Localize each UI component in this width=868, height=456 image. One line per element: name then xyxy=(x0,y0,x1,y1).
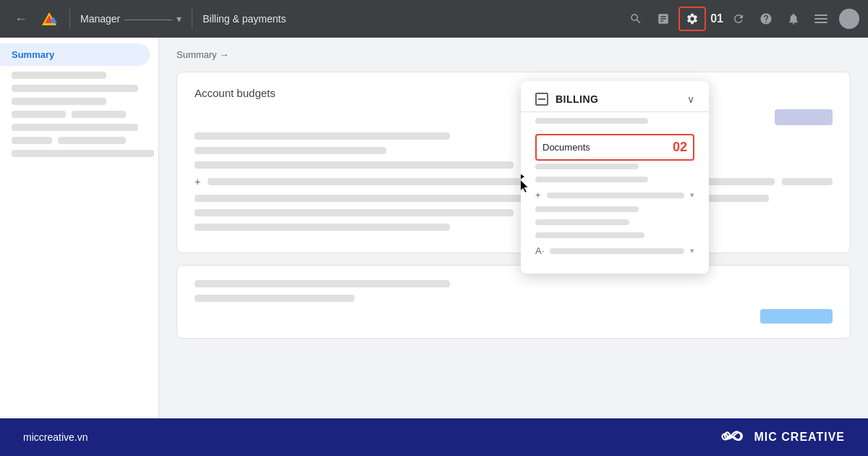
user-avatar[interactable] xyxy=(839,9,859,29)
dropdown-skel-top xyxy=(535,118,648,124)
page-title: Billing & payments xyxy=(203,13,286,25)
sidebar-placeholder-row-2 xyxy=(12,137,147,144)
dd-row-1: + ▾ xyxy=(535,190,694,200)
account-budgets-card: Account budgets + xyxy=(176,72,851,253)
hamburger-line-3 xyxy=(814,22,827,23)
sidebar-ph-a xyxy=(12,111,66,118)
badge-02: 02 xyxy=(673,140,687,155)
nav-divider xyxy=(69,9,70,29)
top-navigation: ← Manager —————— ▾ Billing & payments 01 xyxy=(0,0,868,38)
manager-section: Manager —————— ▾ xyxy=(80,13,182,25)
triangle-logo-icon xyxy=(42,12,56,25)
main-content: Summary → Account budgets + xyxy=(159,38,868,418)
dd-plus-icon: + xyxy=(535,190,541,200)
card-row-1: + xyxy=(195,176,833,187)
main-layout: Summary Summary → Account budgets + xyxy=(0,38,868,418)
manager-dropdown-arrow[interactable]: ▾ xyxy=(176,13,182,25)
help-icon-btn[interactable] xyxy=(754,8,778,30)
chart-icon-btn[interactable] xyxy=(651,8,676,30)
card1-action-btn[interactable] xyxy=(775,109,833,125)
skel-line-5 xyxy=(195,209,514,216)
sidebar-placeholder-2 xyxy=(12,85,138,92)
dd-arrow-icon-2: ▾ xyxy=(690,246,694,256)
dd-plus-icon-2: A· xyxy=(535,245,544,256)
breadcrumb: Summary → xyxy=(176,49,851,60)
footer-brand: MIC CREATIVE xyxy=(721,427,845,447)
sidebar-ph-c xyxy=(12,137,52,144)
refresh-icon-btn[interactable] xyxy=(726,8,751,30)
billing-dropdown: BILLING ∨ Documents 02 + ▾ A· xyxy=(521,81,709,274)
dd-row-skel xyxy=(547,193,684,198)
sidebar: Summary xyxy=(0,38,159,418)
settings-icon xyxy=(686,12,699,25)
search-icon xyxy=(629,12,642,25)
dropdown-chevron-icon[interactable]: ∨ xyxy=(687,93,694,105)
settings-icon-btn[interactable] xyxy=(678,7,706,31)
dropdown-documents-item[interactable]: Documents 02 xyxy=(535,134,694,161)
sidebar-item-summary[interactable]: Summary xyxy=(0,43,150,66)
hamburger-line-1 xyxy=(814,14,827,16)
dd-row-skel-2 xyxy=(550,248,684,254)
account-budgets-title: Account budgets xyxy=(195,87,833,99)
skel-line-6 xyxy=(195,224,450,231)
help-icon xyxy=(760,12,773,25)
plus-icon: + xyxy=(195,176,200,187)
dropdown-header-left: BILLING xyxy=(535,93,599,106)
card2-blue-btn[interactable] xyxy=(760,309,833,324)
refresh-icon xyxy=(732,12,745,25)
footer: miccreative.vn MIC CREATIVE xyxy=(0,418,868,456)
dd-skel-4 xyxy=(535,219,629,225)
dd-skel-5 xyxy=(535,232,644,238)
search-icon-btn[interactable] xyxy=(624,8,648,30)
mic-logo-icon xyxy=(721,427,747,447)
hamburger-line-2 xyxy=(814,18,827,20)
dropdown-header: BILLING ∨ xyxy=(521,81,709,112)
sidebar-placeholder-3 xyxy=(12,98,106,105)
dd-row-2: A· ▾ xyxy=(535,245,694,256)
nav-divider-2 xyxy=(192,9,192,29)
skel-line-1 xyxy=(195,132,450,140)
skel-sm-1 xyxy=(782,178,833,185)
sidebar-placeholder-row xyxy=(12,111,147,118)
billing-icon-inner xyxy=(538,98,545,100)
bell-icon xyxy=(787,12,800,25)
google-ads-logo xyxy=(39,9,59,29)
bell-icon-btn[interactable] xyxy=(781,8,806,30)
sidebar-placeholder-5 xyxy=(12,150,154,157)
sidebar-placeholder-1 xyxy=(12,72,106,79)
footer-brand-name: MIC CREATIVE xyxy=(754,431,845,444)
dd-skel-3 xyxy=(535,206,639,212)
manager-dash: —————— xyxy=(124,14,172,23)
skel-c2-2 xyxy=(195,295,354,302)
mic-creative-logo xyxy=(721,427,747,447)
dropdown-item-label: Documents xyxy=(542,142,590,153)
back-button[interactable]: ← xyxy=(9,9,33,30)
sidebar-ph-b xyxy=(72,111,126,118)
footer-url: miccreative.vn xyxy=(23,431,88,443)
dd-skel-2 xyxy=(535,177,648,182)
billing-icon xyxy=(535,93,548,106)
dd-arrow-icon: ▾ xyxy=(690,190,694,200)
manager-label[interactable]: Manager xyxy=(80,13,120,25)
card-2 xyxy=(176,265,851,339)
nav-icon-group: 01 xyxy=(624,7,859,31)
dd-skel-1 xyxy=(535,164,639,169)
sidebar-ph-d xyxy=(58,137,126,144)
dropdown-title: BILLING xyxy=(556,93,599,105)
chart-icon xyxy=(657,12,670,25)
skel-c2-1 xyxy=(195,280,450,287)
cursor-pointer xyxy=(521,174,532,185)
hamburger-icon-btn[interactable] xyxy=(809,9,833,29)
skel-line-3 xyxy=(195,161,514,169)
sidebar-placeholder-4 xyxy=(12,124,138,131)
badge-01: 01 xyxy=(710,12,723,25)
skel-line-2 xyxy=(195,147,386,154)
